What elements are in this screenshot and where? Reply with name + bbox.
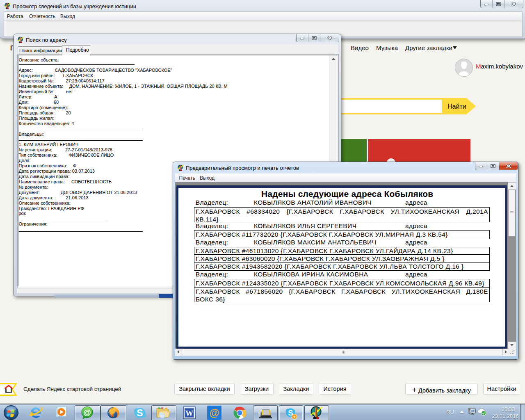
svg-text:W: W [185, 409, 193, 418]
svg-text:1: 1 [293, 415, 295, 419]
svg-text:S: S [137, 408, 143, 418]
svg-text:@: @ [83, 408, 91, 417]
svg-text:@: @ [209, 407, 219, 418]
